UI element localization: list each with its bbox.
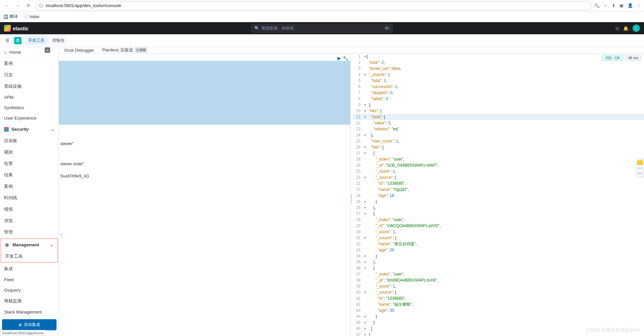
breadcrumb-devtools[interactable]: 开发工具 xyxy=(24,36,48,45)
output-line: 27▾ { xyxy=(353,211,644,217)
bookmark-index[interactable]: 📄 Index xyxy=(23,14,39,19)
nav-osquery[interactable]: Osquery xyxy=(0,285,59,295)
editor-split: 200 - OK 45 ms ▶ 🔧 steven" steven order"… xyxy=(59,53,644,336)
output-line: 5 "total": 1, xyxy=(353,78,644,84)
play-icon[interactable]: ▶ xyxy=(337,55,341,61)
output-line: 45▾ } xyxy=(353,320,644,326)
request-editor[interactable]: ▶ 🔧 steven" steven order" SuaXfX8wS_kG "… xyxy=(59,53,351,336)
back-button[interactable]: ← xyxy=(3,2,11,10)
plus-icon: ⊕ xyxy=(19,323,22,327)
nav-item[interactable]: 情报 xyxy=(0,204,59,215)
gear-icon: ⚙ xyxy=(5,243,10,247)
security-icon xyxy=(4,127,9,132)
nav-item[interactable]: 告警 xyxy=(0,158,59,169)
nav-toggle-icon[interactable]: ☰ xyxy=(3,37,11,45)
sub-header: ☰ D 开发工具 控制台 xyxy=(0,34,644,47)
tab-grok[interactable]: Grok Debugger ✕ xyxy=(64,48,94,53)
output-line: 41 "id": "1336685", xyxy=(353,295,644,301)
output-line: 37 "_index": "user", xyxy=(353,271,644,277)
add-integration-button[interactable]: ⊕ 添加集成 xyxy=(2,319,57,330)
output-line: 11▾ "total": { xyxy=(353,114,644,120)
nav-item[interactable]: 结果 xyxy=(0,169,59,181)
tab-painless[interactable]: Painless 实验室 公测版 xyxy=(102,47,147,53)
elastic-header: elastic 🔍 查找应用、内容等。 ⌘/ ◎ 🔔 E xyxy=(0,22,644,34)
output-line: 28 "_index": "user", xyxy=(353,217,644,223)
elastic-logo[interactable]: elastic xyxy=(4,25,29,32)
output-line: 25▾ } xyxy=(353,199,644,205)
content-area: Grok Debugger ✕ Painless 实验室 公测版 200 - O… xyxy=(59,47,644,336)
star-icon[interactable]: ☆ xyxy=(604,3,608,8)
forward-button[interactable]: → xyxy=(13,2,22,10)
output-line: 10▾ "hits": { xyxy=(353,108,644,114)
menu-icon[interactable]: ⋮ xyxy=(637,3,641,8)
space-badge[interactable]: D xyxy=(14,37,22,44)
nav-item[interactable]: 仪表板 xyxy=(0,135,59,146)
nav-item[interactable]: 案例 xyxy=(0,181,59,192)
chevron-down-icon: ⌄ xyxy=(50,242,53,247)
nav-item[interactable]: User Experience xyxy=(0,113,59,123)
profile-icon[interactable]: 👤 xyxy=(628,3,633,8)
output-line: 36▾ { xyxy=(353,265,644,271)
nav-item[interactable]: 时间线 xyxy=(0,192,59,204)
status-code-badge: 200 - OK xyxy=(602,55,623,61)
output-line: 20 "_score": 1, xyxy=(353,168,644,174)
nav-item[interactable]: 日志 xyxy=(0,69,59,81)
news-icon[interactable]: 🔔 xyxy=(623,26,629,31)
response-output[interactable]: 1▾{2 "took": 2,3 "timed_out": false,4▾ "… xyxy=(353,53,644,336)
reload-button[interactable]: ⟳ xyxy=(24,2,32,10)
output-line: 17▾ { xyxy=(353,150,644,156)
output-line: 6 "successful": 1, xyxy=(353,84,644,90)
output-line: 26▾ }, xyxy=(353,205,644,211)
nav-section-security[interactable]: Security ⌄ xyxy=(0,123,59,135)
output-line: 44▾ } xyxy=(353,313,644,320)
output-line: 1▾{ xyxy=(353,53,644,59)
output-line: 39 "_score": 1, xyxy=(353,283,644,289)
url-bar[interactable]: ⓘ localhost:5601/app/dev_tools#/console xyxy=(35,1,592,10)
output-line: 13 "relation": "eq" xyxy=(353,126,644,132)
management-highlight: ⚙Management ⌄ 开发工具 xyxy=(1,239,58,262)
beta-badge: 公测版 xyxy=(135,47,147,53)
nav-section-management[interactable]: ⚙Management ⌄ xyxy=(1,239,58,251)
nav-item[interactable]: 管理 xyxy=(0,226,59,238)
translate-icon: 🔤 xyxy=(3,14,8,19)
header-actions: ◎ 🔔 E xyxy=(615,25,640,32)
nav-stack-monitoring[interactable]: 堆栈监测 xyxy=(0,295,59,307)
wrench-icon[interactable]: 🔧 xyxy=(343,55,348,61)
main-layout: ⌂ Home 案例日志基础设施APMSyntheticsUser Experie… xyxy=(0,47,644,336)
nav-integrations[interactable]: 集成 xyxy=(0,263,59,275)
nav-item[interactable]: 基础设施 xyxy=(0,81,59,92)
nav-devtools[interactable]: 开发工具 xyxy=(1,251,58,262)
status-time-badge: 45 ms xyxy=(625,55,641,61)
hover-url: localhost:5601/app/home xyxy=(0,330,46,336)
output-line: 15 "max_score": 1, xyxy=(353,138,644,144)
site-info-icon[interactable]: ⓘ xyxy=(39,3,43,9)
nav-fleet[interactable]: Fleet xyxy=(0,275,59,285)
output-line: 47▾ } xyxy=(353,332,644,336)
nav-item[interactable]: Synthetics xyxy=(0,102,59,113)
side-widget[interactable]: 1 4.1 8.0 xyxy=(636,159,644,177)
panel-icon[interactable]: ▣ xyxy=(619,3,623,8)
avatar[interactable]: E xyxy=(633,25,640,32)
global-search[interactable]: 🔍 查找应用、内容等。 ⌘/ xyxy=(251,24,393,33)
output-line: 38 "_id": "bm89O44B65XW4Pz-foX9", xyxy=(353,277,644,283)
output-line: 19 "_id": "b2B_O44B65XW4Pz-I4W7", xyxy=(353,162,644,168)
help-icon[interactable]: ◎ xyxy=(615,26,619,31)
output-line: 46▾ ] xyxy=(353,326,644,332)
logo-mark-icon xyxy=(4,25,11,32)
output-line: 29 "_id": "cWCQO44B65XW4Pz-pIVO", xyxy=(353,223,644,229)
download-icon[interactable]: ⬇ xyxy=(612,3,615,8)
status-row: 200 - OK 45 ms xyxy=(602,55,641,61)
nav-stack-management[interactable]: Stack Management xyxy=(0,307,59,317)
output-line: 4▾ "_shards": { xyxy=(353,72,644,78)
editor-content: steven" steven order" SuaXfX8wS_kG ", xyxy=(59,53,350,92)
output-line: 8 "failed": 0 xyxy=(353,96,644,102)
nav-item[interactable]: 规则 xyxy=(0,146,59,158)
search-icon[interactable]: 🔍 xyxy=(594,3,600,8)
breadcrumb: 开发工具 控制台 xyxy=(24,36,69,45)
bookmark-translate[interactable]: 🔤 翻译 xyxy=(3,14,18,19)
nav-item[interactable]: APM xyxy=(0,92,59,102)
nav-item[interactable]: 案例 xyxy=(0,58,59,69)
nav-item[interactable]: 浏览 xyxy=(0,215,59,226)
output-line: 43 "age": 35 xyxy=(353,307,644,313)
output-line: 42 "name": "福尔摩斯", xyxy=(353,301,644,307)
